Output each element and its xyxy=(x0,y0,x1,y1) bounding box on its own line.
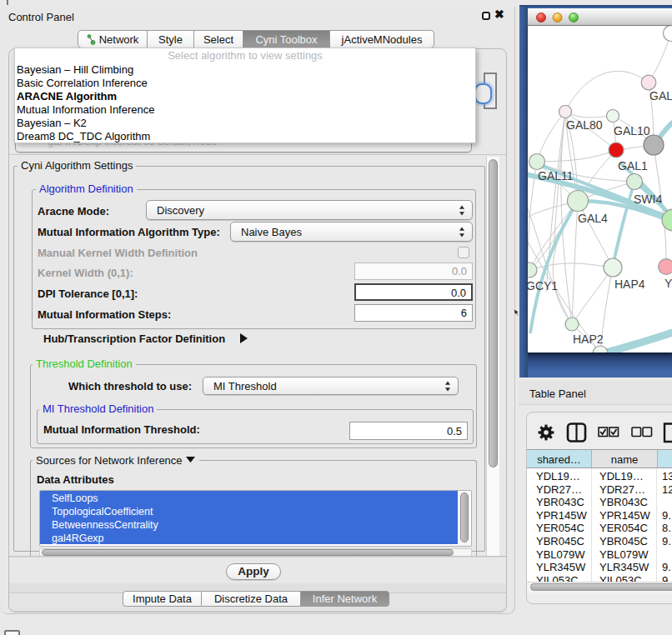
svg-text:GAL4: GAL4 xyxy=(578,212,608,225)
svg-text:SWI4: SWI4 xyxy=(634,192,662,206)
svg-text:HAP2: HAP2 xyxy=(573,332,604,346)
svg-text:GAL7: GAL7 xyxy=(649,89,672,102)
svg-text:GAL10: GAL10 xyxy=(614,124,650,138)
svg-text:YL: YL xyxy=(664,277,672,290)
svg-text:GCY1: GCY1 xyxy=(528,279,558,292)
svg-text:GAL11: GAL11 xyxy=(538,169,574,182)
svg-text:GAL80: GAL80 xyxy=(566,118,603,132)
svg-text:HAP4: HAP4 xyxy=(614,278,645,291)
svg-text:GAL1: GAL1 xyxy=(618,159,648,172)
